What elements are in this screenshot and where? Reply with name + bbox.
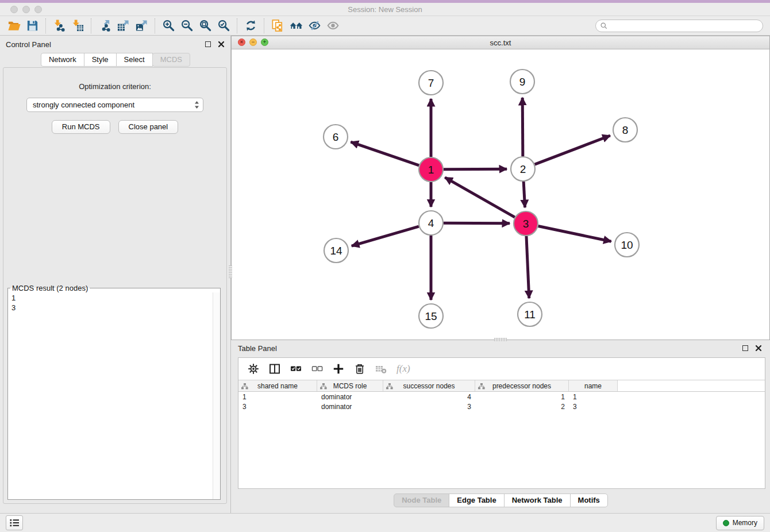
column-header-MCDS-role[interactable]: MCDS role — [317, 380, 383, 391]
show-network-button[interactable] — [324, 18, 342, 34]
node-14[interactable]: 14 — [324, 238, 348, 263]
task-history-button[interactable] — [6, 515, 23, 530]
column-header-predecessor-nodes[interactable]: predecessor nodes — [475, 380, 569, 391]
table-cell[interactable]: 1 — [475, 393, 569, 401]
export-table-icon — [117, 19, 130, 32]
application-window: Session: New Session Control Panel Netwo… — [0, 0, 770, 532]
tab-mcds[interactable]: MCDS — [152, 53, 190, 67]
table-cell[interactable]: dominator — [317, 403, 383, 411]
float-panel-icon[interactable] — [205, 41, 211, 47]
network-minimize-button[interactable]: − — [249, 38, 257, 46]
export-network-button[interactable] — [95, 18, 114, 34]
edge-2-9[interactable] — [522, 98, 523, 156]
delete-table-button[interactable] — [375, 362, 387, 376]
tab-style[interactable]: Style — [84, 53, 117, 67]
edge-3-10[interactable] — [538, 226, 611, 242]
table-row[interactable]: 1dominator411 — [238, 392, 765, 402]
edge-1-6[interactable] — [351, 142, 419, 165]
add-button[interactable] — [333, 362, 344, 376]
node-4[interactable]: 4 — [419, 211, 443, 235]
edge-4-14[interactable] — [352, 226, 419, 246]
save-button[interactable] — [23, 18, 41, 34]
run-mcds-button[interactable]: Run MCDS — [52, 120, 110, 134]
edge-1-2[interactable] — [444, 169, 507, 169]
edge-2-3[interactable] — [523, 182, 525, 207]
table-cell[interactable]: 2 — [475, 403, 569, 411]
tab-node-table[interactable]: Node Table — [394, 494, 449, 507]
float-table-panel-icon[interactable] — [742, 345, 748, 351]
split-view-button[interactable] — [269, 362, 280, 376]
trash-button[interactable] — [354, 362, 365, 376]
close-panel-button[interactable]: Close panel — [118, 120, 179, 134]
zoom-fit-button[interactable] — [196, 18, 214, 34]
table-row[interactable]: 3dominator323 — [238, 402, 765, 411]
column-header-name[interactable]: name — [569, 380, 618, 391]
zoom-out-button[interactable] — [178, 18, 196, 34]
network-file-button[interactable] — [268, 18, 287, 34]
select-all-button[interactable] — [290, 362, 302, 376]
tab-network[interactable]: Network — [41, 53, 84, 67]
close-panel-icon[interactable] — [218, 41, 225, 48]
split-divider-vertical[interactable] — [229, 265, 232, 278]
close-window-button[interactable] — [10, 6, 18, 13]
network-canvas[interactable]: 7968124314101511 — [232, 49, 769, 340]
zoom-selected-button[interactable] — [214, 18, 233, 34]
import-table-button[interactable] — [68, 18, 87, 34]
zoom-in-button[interactable] — [159, 18, 178, 34]
split-divider-horizontal[interactable] — [494, 338, 507, 341]
edge-2-8[interactable] — [535, 136, 610, 164]
table-cell[interactable]: 1 — [569, 393, 618, 401]
node-9[interactable]: 9 — [510, 70, 534, 94]
node-6[interactable]: 6 — [324, 125, 348, 149]
open-folder-button[interactable] — [5, 18, 23, 34]
right-column: × − + scc.txt 7968124314101511 Table Pan… — [231, 36, 770, 513]
column-header-successor-nodes[interactable]: successor nodes — [383, 380, 475, 391]
minimize-window-button[interactable] — [22, 6, 30, 13]
refresh-button[interactable] — [241, 18, 260, 34]
node-1[interactable]: 1 — [419, 157, 443, 182]
criterion-select[interactable]: strongly connected component — [26, 98, 203, 112]
gear-button[interactable] — [248, 362, 259, 376]
table-cell[interactable]: dominator — [317, 393, 383, 401]
import-network-button[interactable] — [50, 18, 68, 34]
tab-motifs[interactable]: Motifs — [570, 494, 608, 507]
deselect-all-button[interactable] — [311, 362, 323, 376]
table-cell[interactable]: 3 — [569, 403, 618, 411]
node-15[interactable]: 15 — [419, 304, 443, 328]
node-7[interactable]: 7 — [419, 71, 443, 95]
node-8[interactable]: 8 — [613, 118, 637, 142]
export-table-button[interactable] — [114, 18, 132, 34]
table-cell[interactable]: 4 — [383, 393, 475, 401]
result-scrollbar[interactable] — [213, 292, 220, 499]
close-table-panel-icon[interactable] — [755, 345, 762, 352]
svg-text:6: 6 — [333, 131, 339, 143]
tab-network-table[interactable]: Network Table — [504, 494, 571, 507]
search-input[interactable] — [595, 20, 763, 32]
node-10[interactable]: 10 — [615, 233, 639, 257]
maximize-window-button[interactable] — [34, 6, 42, 13]
tab-select[interactable]: Select — [116, 53, 153, 67]
table-cell[interactable]: 3 — [383, 403, 475, 411]
edge-4-3[interactable] — [444, 223, 510, 223]
table-tabs: Node TableEdge TableNetwork TableMotifs — [231, 494, 770, 507]
node-3[interactable]: 3 — [514, 211, 538, 236]
toolbar-icon-groups — [5, 18, 342, 34]
table-cell[interactable]: 3 — [238, 403, 317, 411]
column-header-shared-name[interactable]: shared name — [238, 380, 317, 391]
node-11[interactable]: 11 — [518, 302, 542, 326]
network-maximize-button[interactable]: + — [261, 38, 268, 46]
tab-edge-table[interactable]: Edge Table — [449, 494, 504, 507]
network-close-button[interactable]: × — [238, 38, 245, 46]
homes-button[interactable] — [287, 18, 305, 34]
control-panel-title: Control Panel — [6, 40, 51, 49]
fx-button[interactable]: f(x) — [396, 362, 410, 376]
hide-network-button[interactable] — [305, 18, 324, 34]
node-2[interactable]: 2 — [511, 157, 535, 181]
edge-3-11[interactable] — [526, 236, 529, 298]
network-window-controls: × − + — [238, 38, 268, 46]
export-image-button[interactable] — [132, 18, 151, 34]
table-cell[interactable]: 1 — [238, 393, 317, 401]
memory-button[interactable]: Memory — [716, 516, 764, 530]
result-line: 1 — [11, 293, 217, 303]
edge-3-1[interactable] — [445, 178, 515, 217]
